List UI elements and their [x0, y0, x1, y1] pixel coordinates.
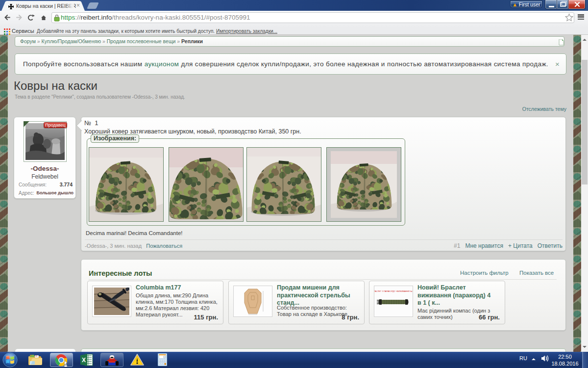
svg-text:БРАСЛЕТ З ПАРАКОРДУ «ВИЖИВАННЯ: БРАСЛЕТ З ПАРАКОРДУ «ВИЖИВАННЯ №1» — [374, 290, 413, 292]
svg-text:X: X — [82, 357, 86, 364]
